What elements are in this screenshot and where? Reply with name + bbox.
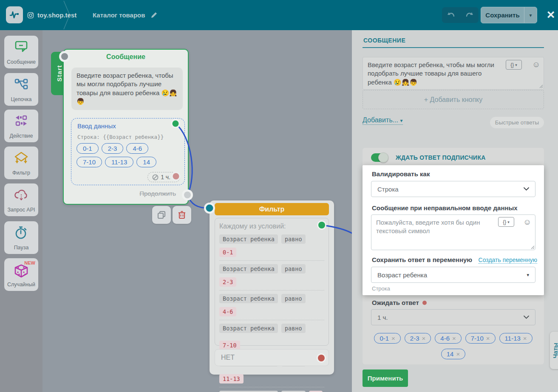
filter-yes-output-connector[interactable]: [317, 220, 326, 230]
sidebar-item-pause[interactable]: Пауза: [4, 221, 38, 254]
undo-button[interactable]: [442, 7, 460, 23]
reply-pill[interactable]: 11-13: [105, 157, 133, 167]
chevron-down-icon: [524, 316, 529, 319]
node-input-connector[interactable]: [59, 51, 70, 62]
save-dropdown-button[interactable]: ▾: [524, 7, 537, 23]
condition-field: Возраст ребенка: [219, 264, 278, 274]
validate-as-select[interactable]: Строка: [371, 181, 535, 197]
reply-pill[interactable]: 0-1: [76, 143, 99, 154]
app-window: toy.shop.test Каталог товаров Сохранить …: [0, 0, 558, 392]
add-more-dropdown[interactable]: Добавить... ▾: [363, 116, 403, 125]
chain-icon: [4, 77, 38, 91]
filter-else-branch[interactable]: НЕТ: [215, 349, 329, 366]
reply-pill[interactable]: 4-6: [126, 143, 148, 154]
timeout-value: 1 ч.: [161, 174, 170, 180]
wait-reply-toggle[interactable]: [371, 153, 387, 162]
remove-icon[interactable]: ×: [391, 335, 395, 342]
redo-button[interactable]: [460, 7, 479, 23]
sidebar-item-api-request[interactable]: Запрос API: [4, 183, 38, 216]
apply-button[interactable]: Применить: [363, 369, 408, 387]
data-input-output-connector[interactable]: [171, 119, 180, 128]
insert-variable-button[interactable]: {}▾: [506, 60, 522, 70]
panel-section-title: СООБЩЕНИЕ: [363, 37, 405, 44]
chats-tab[interactable]: Чаты: [550, 332, 558, 369]
add-button-button[interactable]: + Добавить кнопку: [363, 90, 544, 109]
emoji-picker-button[interactable]: ☺: [523, 218, 531, 226]
continue-output-connector[interactable]: [182, 189, 193, 200]
timeout-output-connector[interactable]: [171, 172, 181, 181]
reply-pill[interactable]: 2-3: [102, 143, 124, 154]
quick-replies-button[interactable]: Быстрые ответы: [490, 117, 544, 128]
breadcrumb-separator: [63, 0, 72, 30]
condition-operator: равно: [281, 324, 306, 333]
filter-node[interactable]: Фильтр Каждому из условий: Возраст ребен…: [210, 200, 334, 375]
sidebar-item-message[interactable]: Сообщение: [4, 36, 38, 68]
instagram-icon: [27, 12, 34, 19]
remove-icon[interactable]: ×: [486, 335, 490, 342]
filter-icon: [4, 151, 38, 165]
sidebar-item-label: Цепочка: [11, 96, 32, 102]
resize-handle-icon[interactable]: [539, 85, 543, 88]
emoji-picker-button[interactable]: ☺: [532, 60, 540, 68]
condition-operator: равно: [281, 264, 306, 274]
filter-no-output-connector[interactable]: [317, 353, 326, 363]
answer-chip[interactable]: 7-10×: [465, 333, 496, 344]
edit-pencil-icon[interactable]: [150, 11, 158, 19]
redo-icon: [465, 12, 473, 19]
condition-row[interactable]: Возраст ребенка равно 4-6: [219, 290, 324, 320]
data-input-section[interactable]: Ввод данных Строка: {{Возраст ребенка}} …: [71, 118, 185, 185]
app-logo[interactable]: [6, 6, 23, 23]
sidebar-item-chain[interactable]: Цепочка: [4, 73, 38, 106]
save-button[interactable]: Сохранить: [481, 11, 524, 19]
condition-row[interactable]: Возраст ребенка равно 14: [219, 387, 324, 392]
reply-pill[interactable]: 7-10: [76, 157, 102, 167]
answer-chip[interactable]: 0-1×: [374, 333, 400, 344]
validation-spotlight-panel: Валидировать как Строка Сообщение при не…: [363, 165, 544, 295]
remove-icon[interactable]: ×: [452, 335, 456, 342]
condition-value: 11-13: [219, 374, 244, 384]
wait-time-select[interactable]: 1 ч.: [371, 309, 535, 325]
smiley-icon: ☺: [532, 60, 540, 69]
message-node-title: Сообщение: [64, 53, 188, 61]
variable-select[interactable]: Возраст ребенка ▾: [371, 267, 535, 283]
answer-chip[interactable]: 4-6×: [435, 333, 461, 344]
remove-icon[interactable]: ×: [523, 335, 527, 342]
chip-label: 0-1: [380, 335, 389, 342]
caret-down-icon: ▾: [527, 272, 529, 278]
condition-row[interactable]: Возраст ребенка равно 0-1: [219, 231, 324, 261]
insert-variable-button[interactable]: {}▾: [498, 217, 514, 227]
chevron-down-icon: [524, 187, 529, 191]
data-input-title: Ввод данных: [77, 122, 116, 130]
validate-as-label: Валидировать как: [372, 170, 430, 178]
condition-value: 4-6: [219, 307, 236, 316]
condition-row[interactable]: Возраст ребенка равно 2-3: [219, 261, 324, 290]
reply-pill[interactable]: 14: [136, 157, 156, 167]
resize-handle-icon[interactable]: [531, 245, 535, 249]
sidebar-item-filter[interactable]: Фильтр: [4, 147, 38, 179]
filter-conditions-card[interactable]: Каждому из условий: Возраст ребенка равн…: [215, 218, 329, 346]
remove-icon[interactable]: ×: [422, 335, 426, 342]
required-dot-icon: [422, 301, 427, 305]
duplicate-node-button[interactable]: [152, 206, 171, 224]
create-variable-link[interactable]: Создать переменную: [479, 257, 537, 264]
settings-panel: СООБЩЕНИЕ Введите возраст ребенка, чтобы…: [352, 30, 558, 392]
answer-chip[interactable]: 11-13×: [499, 333, 533, 344]
sidebar-item-label: Фильтр: [12, 170, 30, 176]
sidebar-item-action[interactable]: Действие: [4, 110, 38, 142]
delete-node-button[interactable]: [173, 206, 191, 224]
answer-chip[interactable]: 14×: [441, 349, 465, 359]
message-node-text[interactable]: Введите возраст ребенка, чтобы мы могли …: [71, 68, 183, 110]
flow-canvas[interactable]: Start Сообщение Введите возраст ребенка,…: [42, 30, 352, 392]
action-icon: [4, 114, 38, 127]
filter-input-connector[interactable]: [204, 203, 215, 214]
close-button[interactable]: ×: [544, 5, 557, 24]
answer-chips: 0-1× 2-3× 4-6× 7-10× 11-13× 14×: [367, 333, 540, 359]
caret-down-icon: ▾: [515, 63, 517, 67]
sidebar-item-random[interactable]: NEW Случайный: [4, 258, 38, 291]
condition-field: Возраст ребенка: [219, 234, 278, 244]
remove-icon[interactable]: ×: [456, 350, 460, 358]
condition-value: 7-10: [219, 341, 240, 350]
message-node[interactable]: Сообщение Введите возраст ребенка, чтобы…: [63, 49, 189, 205]
answer-chip[interactable]: 2-3×: [405, 333, 431, 344]
dice-icon: [4, 264, 38, 279]
